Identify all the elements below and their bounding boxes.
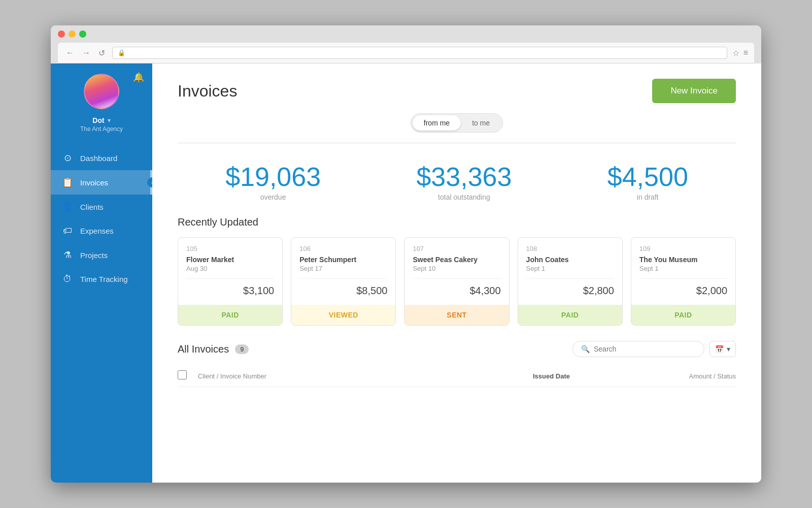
forward-button[interactable]: → [80, 47, 92, 58]
card-number-108: 108 [526, 245, 614, 252]
stat-total-label: total outstanding [416, 193, 512, 201]
card-body-108: 108 John Coates Sept 1 $2,800 [518, 238, 622, 305]
card-date-108: Sept 1 [526, 265, 614, 272]
all-invoices-label: All Invoices [178, 343, 229, 355]
stat-overdue: $19,063 overdue [225, 164, 321, 201]
page-header: Invoices New Invoice [152, 64, 761, 113]
table-checkbox-col [178, 370, 198, 382]
toggle-container: from me to me [411, 113, 503, 133]
card-amount-108: $2,800 [526, 285, 614, 297]
stat-total-outstanding: $33,363 total outstanding [416, 164, 512, 201]
collapse-arrow[interactable]: ‹ [147, 177, 152, 187]
table-client-header: Client / Invoice Number [198, 372, 533, 380]
card-status-105: PAID [178, 305, 282, 325]
table-header: Client / Invoice Number Issued Date Amou… [178, 365, 736, 387]
bell-icon[interactable]: 🔔 [133, 72, 144, 83]
browser-chrome: ← → ↺ 🔒 ☆ ≡ [51, 25, 761, 64]
sidebar-label-expenses: Expenses [80, 227, 114, 235]
calendar-icon: 📅 [715, 345, 724, 353]
table-amount-header: Amount / Status [634, 372, 736, 380]
sidebar-nav: ⊙ Dashboard 📋 Invoices ‹ 👤 Clients 🏷 Exp… [51, 141, 152, 483]
sidebar-username: Dot [92, 116, 104, 124]
all-invoices-title: All Invoices 9 [178, 343, 249, 355]
bookmark-icon[interactable]: ☆ [732, 48, 739, 58]
traffic-lights [58, 30, 754, 38]
app-container: 🔔 Dot ▾ The Ant Agency ⊙ Dashboard 📋 Inv… [51, 64, 761, 483]
card-body-106: 106 Peter Schumpert Sept 17 $8,500 [291, 238, 395, 305]
all-invoices-section: All Invoices 9 🔍 📅 ▾ [152, 341, 761, 397]
back-button[interactable]: ← [64, 47, 76, 58]
card-status-107: SENT [404, 305, 509, 325]
invoice-cards: 105 Flower Market Aug 30 $3,100 PAID 106… [178, 237, 736, 326]
new-invoice-button[interactable]: New Invoice [652, 79, 736, 103]
minimize-button[interactable] [69, 30, 76, 38]
invoice-card-105[interactable]: 105 Flower Market Aug 30 $3,100 PAID [178, 237, 283, 326]
to-me-toggle[interactable]: to me [461, 115, 501, 131]
card-client-106: Peter Schumpert [299, 256, 387, 264]
recently-updated-title: Recently Updated [178, 216, 736, 228]
refresh-button[interactable]: ↺ [96, 47, 107, 59]
dashboard-icon: ⊙ [62, 152, 73, 164]
projects-icon: ⚗ [62, 249, 73, 261]
browser-toolbar: ← → ↺ 🔒 ☆ ≡ [58, 43, 754, 64]
sidebar-item-expenses[interactable]: 🏷 Expenses [51, 219, 152, 243]
sidebar-item-time-tracking[interactable]: ⏱ Time Tracking [51, 267, 152, 291]
avatar-image [85, 75, 118, 108]
invoice-card-107[interactable]: 107 Sweet Peas Cakery Sept 10 $4,300 SEN… [404, 237, 509, 326]
sidebar-label-projects: Projects [80, 251, 108, 260]
search-icon: 🔍 [581, 345, 590, 353]
table-date-header[interactable]: Issued Date [533, 372, 634, 380]
invoice-card-106[interactable]: 106 Peter Schumpert Sept 17 $8,500 VIEWE… [291, 237, 396, 326]
sidebar-label-invoices: Invoices [80, 178, 108, 187]
sidebar-item-projects[interactable]: ⚗ Projects [51, 243, 152, 267]
sidebar-label-clients: Clients [80, 203, 104, 211]
card-date-107: Sept 10 [413, 265, 500, 272]
card-client-108: John Coates [526, 256, 614, 264]
main-content: Invoices New Invoice from me to me $19,0… [152, 64, 761, 483]
time-tracking-icon: ⏱ [62, 274, 73, 284]
card-client-107: Sweet Peas Cakery [413, 256, 500, 264]
card-amount-105: $3,100 [186, 285, 274, 297]
table-select-all-checkbox[interactable] [178, 370, 187, 379]
card-amount-106: $8,500 [299, 285, 387, 297]
lock-icon: 🔒 [118, 49, 125, 56]
search-input[interactable] [594, 345, 696, 353]
toggle-section: from me to me [178, 113, 736, 143]
sidebar-item-invoices[interactable]: 📋 Invoices ‹ [51, 170, 152, 195]
card-number-105: 105 [186, 245, 274, 252]
stat-draft-value: $4,500 [607, 164, 688, 190]
all-invoices-header: All Invoices 9 🔍 📅 ▾ [178, 341, 736, 357]
page-title: Invoices [178, 82, 237, 101]
invoice-count-badge: 9 [235, 344, 249, 354]
card-status-109: PAID [631, 305, 735, 325]
stat-overdue-label: overdue [225, 193, 321, 201]
sidebar-label-dashboard: Dashboard [80, 154, 117, 163]
menu-icon[interactable]: ≡ [743, 48, 748, 58]
maximize-button[interactable] [79, 30, 86, 38]
card-amount-109: $2,000 [639, 285, 727, 297]
invoice-card-109[interactable]: 109 The You Museum Sept 1 $2,000 PAID [631, 237, 736, 326]
sidebar-item-clients[interactable]: 👤 Clients [51, 195, 152, 219]
avatar [84, 74, 119, 109]
dropdown-arrow: ▾ [727, 345, 730, 353]
sidebar: 🔔 Dot ▾ The Ant Agency ⊙ Dashboard 📋 Inv… [51, 64, 152, 483]
card-date-106: Sept 17 [299, 265, 387, 272]
sidebar-company: The Ant Agency [80, 125, 123, 133]
search-bar[interactable]: 🔍 [572, 341, 704, 357]
date-filter-button[interactable]: 📅 ▾ [709, 341, 736, 357]
close-button[interactable] [58, 30, 65, 38]
from-me-toggle[interactable]: from me [413, 115, 461, 131]
invoice-card-108[interactable]: 108 John Coates Sept 1 $2,800 PAID [518, 237, 623, 326]
card-client-105: Flower Market [186, 256, 274, 264]
card-body-105: 105 Flower Market Aug 30 $3,100 [178, 238, 282, 305]
card-number-109: 109 [639, 245, 727, 252]
all-invoices-controls: 🔍 📅 ▾ [572, 341, 736, 357]
recently-updated-section: Recently Updated 105 Flower Market Aug 3… [152, 216, 761, 341]
chevron-down-icon[interactable]: ▾ [108, 117, 111, 124]
address-bar[interactable]: 🔒 [112, 47, 727, 59]
sidebar-user-section: 🔔 Dot ▾ The Ant Agency [51, 64, 152, 141]
browser-actions: ☆ ≡ [732, 48, 748, 58]
stat-draft-label: in draft [607, 193, 688, 201]
sidebar-item-dashboard[interactable]: ⊙ Dashboard [51, 146, 152, 170]
sidebar-label-time-tracking: Time Tracking [80, 275, 128, 283]
